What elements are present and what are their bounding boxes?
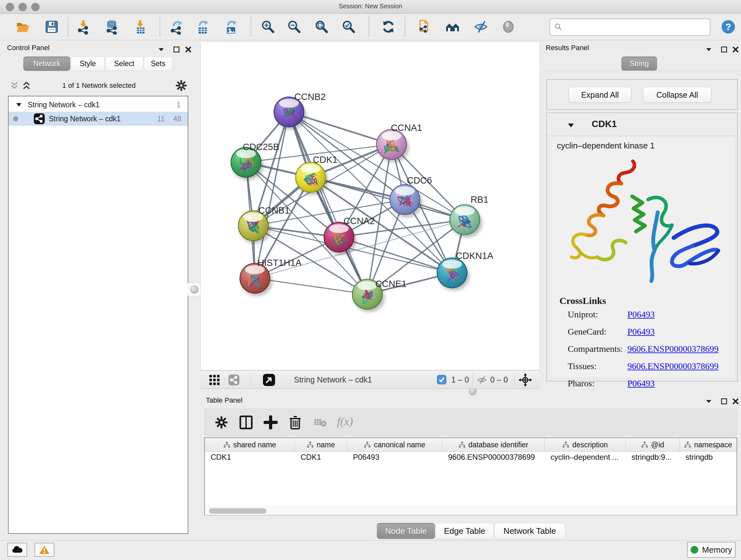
zoom-fit-button[interactable] [314,19,329,35]
show-panels-button[interactable] [501,19,516,35]
table-cell[interactable]: P06493 [353,453,441,464]
table-panel-float-icon[interactable] [720,397,728,406]
fit-content-crosshair-icon[interactable] [518,373,532,387]
warnings-button[interactable] [35,543,54,557]
tab-string[interactable]: String [621,57,657,71]
column-header[interactable]: namespace [680,438,737,451]
table-cell[interactable]: cyclin–dependent ... [550,453,624,464]
zoom-out-button[interactable] [286,19,302,35]
zoom-selected-button[interactable] [341,19,356,35]
tab-sets[interactable]: Sets [144,57,172,71]
column-header[interactable]: shared name [205,438,295,451]
network-row-selected[interactable]: String Network – cdk1 11 48 [9,112,188,126]
horizontal-scrollbar[interactable] [205,507,737,515]
table-cell[interactable]: CDK1 [211,453,293,464]
table-options-gear-icon[interactable] [215,416,228,429]
crosslink-uniprot-link[interactable]: P06493 [627,309,655,320]
search-input[interactable] [549,18,711,36]
export-table-button[interactable] [195,19,211,35]
crosslink-compartments-link[interactable]: 9606.ENSP00000378699 [627,344,718,354]
scrollbar-thumb[interactable] [209,508,266,514]
hierarchy-icon [684,441,691,448]
birds-eye-view-icon[interactable] [209,374,220,386]
memory-button[interactable]: Memory [687,542,736,558]
delete-table-icon[interactable] [314,417,327,428]
collapse-all-button[interactable]: Collapse All [643,87,711,103]
column-header[interactable]: @id [626,438,680,451]
tab-select[interactable]: Select [105,57,143,71]
crosslink-pharos-link[interactable]: P06493 [627,378,655,388]
function-builder-button[interactable]: f(x) [337,415,353,428]
tree-expander-icon[interactable] [16,102,22,107]
zoom-selected-icon [341,19,356,35]
graph-node-CCNE1[interactable]: CCNE1 [352,279,407,312]
export-image-button[interactable] [224,19,239,35]
network-collection-row[interactable]: String Network – cdk1 1 [9,98,188,112]
zoom-in-button[interactable] [260,19,276,35]
node-label-CCNE1: CCNE1 [375,279,407,289]
help-button[interactable]: ? [721,19,736,35]
table-cell[interactable]: 9606.ENSP00000378699 [448,453,543,464]
status-bar: Memory [0,540,741,560]
graph-node-CDC6[interactable]: CDC6 [390,175,432,217]
selected-checkbox-icon[interactable] [437,375,447,384]
collapse-all-networks-icon[interactable] [10,80,19,91]
show-columns-icon[interactable] [239,415,253,429]
graph-node-CCNA1[interactable]: CCNA1 [377,123,422,162]
network-options-gear-icon[interactable] [176,80,187,91]
table-cell[interactable]: stringdb [685,453,733,464]
import-annotation-button[interactable] [416,19,431,35]
table-panel-menu-icon[interactable] [704,397,713,406]
graph-node-CDK1[interactable]: CDK1 [295,154,337,195]
column-header[interactable]: description [545,438,626,451]
graph-node-CDKN1A[interactable]: CDKN1A [437,251,494,291]
column-header[interactable]: name [295,438,347,451]
import-network-database-button[interactable] [104,19,119,35]
open-session-button[interactable] [15,19,30,35]
expand-all-button[interactable]: Expand All [569,87,631,103]
add-column-icon[interactable] [264,415,278,429]
network-type-icon[interactable] [228,374,240,386]
table-cell[interactable]: stringdb:9... [631,453,678,464]
export-network-button[interactable] [169,19,185,35]
control-panel-menu-icon[interactable] [157,45,165,54]
import-network-file-button[interactable] [76,19,91,35]
graph-node-RB1[interactable]: RB1 [450,194,488,238]
entry-expander-icon[interactable] [567,123,575,128]
tab-style[interactable]: Style [71,57,105,71]
control-panel-close-icon[interactable] [184,45,192,54]
results-panel-close-icon[interactable] [731,45,740,54]
tab-network-table[interactable]: Network Table [494,523,565,539]
hide-panels-button[interactable] [473,19,488,35]
control-panel-float-icon[interactable] [172,45,181,54]
graph-node-CCNB2[interactable]: CCNB2 [274,91,326,130]
network-canvas[interactable]: CCNB2CCNA1CDC25BCDK1CDC6RB1CCNB1CCNA2CDK… [200,42,540,370]
network-graph[interactable]: CCNB2CCNA1CDC25BCDK1CDC6RB1CCNB1CCNA2CDK… [201,42,540,370]
column-header[interactable]: database identifier [442,438,545,451]
column-header[interactable]: canonical name [347,438,442,451]
node-table[interactable]: shared name name canonical name database… [204,437,737,515]
houses-icon [445,19,460,35]
tab-network[interactable]: Network [23,57,70,71]
table-panel-title: Table Panel [206,396,243,405]
expand-all-networks-icon[interactable] [22,80,31,91]
delete-column-icon[interactable] [288,415,302,430]
table-panel-close-icon[interactable] [731,397,740,406]
save-session-button[interactable] [44,19,59,35]
tab-node-table[interactable]: Node Table [377,523,435,539]
graph-node-CDC25B[interactable]: CDC25B [231,142,279,180]
apply-layout-button[interactable] [381,19,396,35]
cloud-status-button[interactable] [7,543,27,557]
graph-node-HIST1H1A[interactable]: HIST1H1A [240,258,302,296]
results-panel-menu-icon[interactable] [704,45,713,54]
import-table-button[interactable] [132,19,148,35]
left-splitter-handle[interactable] [188,283,201,296]
results-panel-float-icon[interactable] [720,45,728,54]
table-cell[interactable]: CDK1 [300,453,345,464]
graph-node-CCNB1[interactable]: CCNB1 [239,205,290,244]
home-button[interactable] [445,19,460,35]
open-in-window-icon[interactable] [263,374,275,386]
crosslink-tissues-link[interactable]: 9606.ENSP00000378699 [627,361,718,371]
crosslink-genecard-link[interactable]: P06493 [627,327,655,337]
tab-edge-table[interactable]: Edge Table [435,523,494,539]
